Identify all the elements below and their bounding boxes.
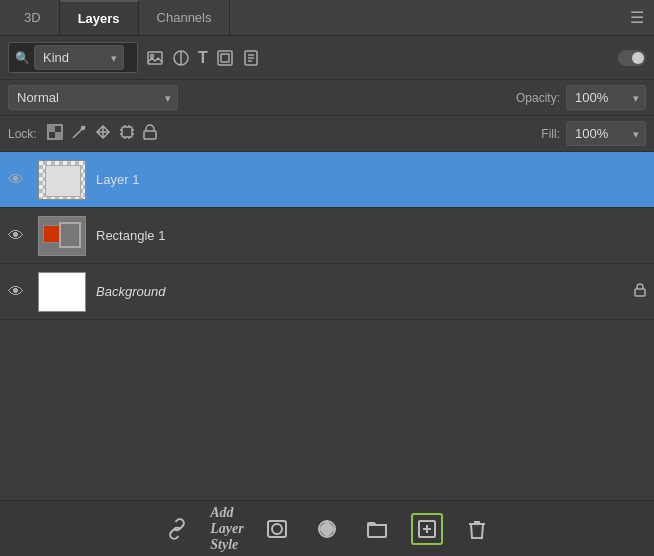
kind-select[interactable]: Kind Name Effect Mode bbox=[34, 45, 124, 70]
blend-row: Normal Dissolve Multiply Screen Overlay … bbox=[0, 80, 654, 116]
adjustment-layer-button[interactable] bbox=[311, 513, 343, 545]
svg-rect-4 bbox=[218, 51, 232, 65]
kind-search-box[interactable]: 🔍 Kind Name Effect Mode bbox=[8, 42, 138, 73]
opacity-label: Opacity: bbox=[516, 91, 560, 105]
svg-line-15 bbox=[73, 137, 74, 138]
layer-item[interactable]: 👁 Background bbox=[0, 264, 654, 320]
tab-channels[interactable]: Channels bbox=[139, 0, 231, 35]
layer-item[interactable]: 👁 Rectangle 1 bbox=[0, 208, 654, 264]
fill-group: Fill: 100% 75% 50% 25% 0% bbox=[541, 121, 646, 146]
link-layers-button[interactable] bbox=[161, 513, 193, 545]
layer-thumbnail bbox=[38, 160, 86, 200]
layer-item[interactable]: 👁 Layer 1 bbox=[0, 152, 654, 208]
add-mask-button[interactable] bbox=[261, 513, 293, 545]
visibility-icon[interactable]: 👁 bbox=[8, 227, 28, 245]
opacity-select[interactable]: 100% 75% 50% 25% 0% bbox=[566, 85, 646, 110]
svg-point-31 bbox=[272, 524, 282, 534]
opacity-group: Opacity: 100% 75% 50% 25% 0% bbox=[516, 85, 646, 110]
svg-rect-12 bbox=[55, 132, 62, 139]
new-group-button[interactable] bbox=[361, 513, 393, 545]
fill-select[interactable]: 100% 75% 50% 25% 0% bbox=[566, 121, 646, 146]
search-icon: 🔍 bbox=[15, 51, 30, 65]
layer-locked-icon bbox=[634, 283, 646, 300]
panel-menu-icon[interactable]: ☰ bbox=[630, 8, 644, 27]
lock-row: Lock: bbox=[0, 116, 654, 152]
visibility-icon[interactable]: 👁 bbox=[8, 171, 28, 189]
layers-panel: 3D Layers Channels ☰ 🔍 Kind Name Effect … bbox=[0, 0, 654, 556]
rect-frame bbox=[59, 222, 81, 248]
filter-icons: T bbox=[146, 49, 260, 67]
svg-rect-11 bbox=[48, 125, 55, 132]
lock-position-icon[interactable] bbox=[95, 124, 111, 143]
svg-rect-28 bbox=[144, 131, 156, 139]
filter-toggle[interactable] bbox=[618, 50, 646, 66]
smart-filter-icon[interactable] bbox=[242, 49, 260, 67]
fill-wrapper: 100% 75% 50% 25% 0% bbox=[566, 121, 646, 146]
layers-list: 👁 Layer 1 👁 Rectangle 1 👁 Background bbox=[0, 152, 654, 500]
filter-row: 🔍 Kind Name Effect Mode bbox=[0, 36, 654, 80]
lock-label: Lock: bbox=[8, 127, 37, 141]
tab-3d[interactable]: 3D bbox=[6, 0, 60, 35]
lock-transparent-icon[interactable] bbox=[47, 124, 63, 143]
tab-layers[interactable]: Layers bbox=[60, 0, 139, 35]
adjustment-filter-icon[interactable] bbox=[172, 49, 190, 67]
svg-rect-19 bbox=[122, 127, 132, 137]
layer-name: Rectangle 1 bbox=[96, 228, 646, 243]
new-layer-button[interactable] bbox=[411, 513, 443, 545]
bottom-toolbar: Add Layer Style bbox=[0, 500, 654, 556]
lock-artboard-icon[interactable] bbox=[119, 124, 135, 143]
type-filter-icon[interactable]: T bbox=[198, 49, 208, 67]
layer-thumb-inner bbox=[45, 165, 81, 197]
layer-thumbnail bbox=[38, 216, 86, 256]
delete-layer-button[interactable] bbox=[461, 513, 493, 545]
layer-name: Background bbox=[96, 284, 624, 299]
image-filter-icon[interactable] bbox=[146, 49, 164, 67]
opacity-wrapper: 100% 75% 50% 25% 0% bbox=[566, 85, 646, 110]
lock-all-icon[interactable] bbox=[143, 124, 157, 143]
fill-label: Fill: bbox=[541, 127, 560, 141]
visibility-icon[interactable]: 👁 bbox=[8, 283, 28, 301]
lock-image-icon[interactable] bbox=[71, 124, 87, 143]
fx-label: Add Layer Style bbox=[210, 505, 243, 553]
blend-mode-select[interactable]: Normal Dissolve Multiply Screen Overlay bbox=[8, 85, 178, 110]
tab-bar: 3D Layers Channels ☰ bbox=[0, 0, 654, 36]
layer-name: Layer 1 bbox=[96, 172, 646, 187]
shape-filter-icon[interactable] bbox=[216, 49, 234, 67]
layer-style-button[interactable]: Add Layer Style bbox=[211, 513, 243, 545]
svg-rect-0 bbox=[148, 52, 162, 64]
svg-rect-29 bbox=[635, 289, 645, 296]
svg-rect-5 bbox=[221, 54, 229, 62]
layer-thumbnail bbox=[38, 272, 86, 312]
